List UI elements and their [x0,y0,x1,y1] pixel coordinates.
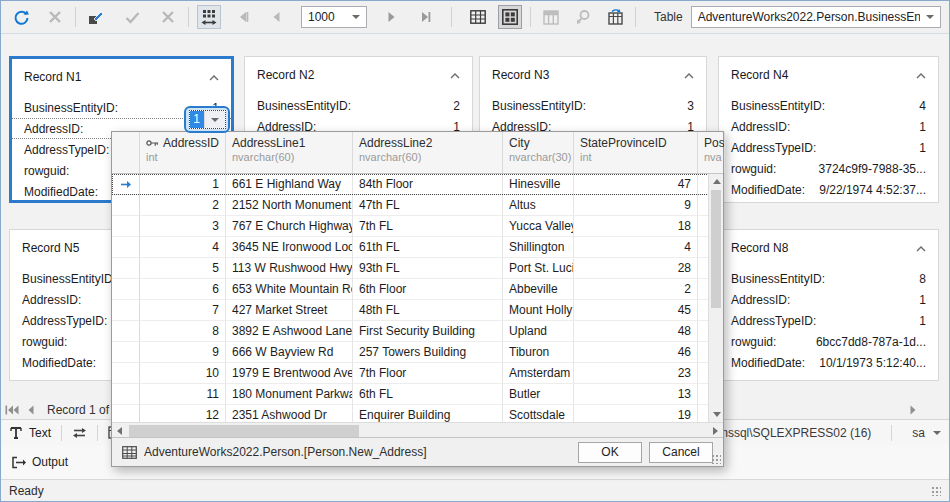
row-selector[interactable] [112,279,140,300]
ok-button[interactable]: OK [578,442,642,463]
edit-record-icon[interactable] [84,5,108,29]
user-combo[interactable]: sa [912,426,941,440]
addressid-combo[interactable]: 1 [189,110,226,129]
output-tab[interactable]: Output [11,455,68,469]
last-page-icon[interactable] [413,5,437,29]
card-field[interactable]: BusinessEntityID:3 [480,95,706,116]
lookup-cell[interactable]: 45 [574,300,698,321]
card-field[interactable]: AddressTypeID:1 [719,310,938,331]
lookup-cell[interactable]: 3 [140,216,226,237]
lookup-cell[interactable]: 13 [574,384,698,405]
swap-view-icon[interactable] [72,427,87,439]
lookup-cell[interactable]: 28 [574,258,698,279]
table-combo[interactable]: AdventureWorks2022.Person.BusinessEntit.… [691,6,941,28]
scroll-left-icon[interactable] [112,423,127,438]
lookup-cell[interactable]: Mount Holly [503,300,574,321]
lookup-cell[interactable]: Abbeville [503,279,574,300]
lookup-row[interactable]: 11180 Monument Parkway6th FLButler13 [112,384,723,405]
lookup-cell[interactable]: Scottsdale [503,405,574,422]
lookup-vertical-scrollbar[interactable] [708,174,723,422]
lookup-cell[interactable]: 653 White Mountain Road [226,279,353,300]
lookup-cell[interactable]: 3645 NE Ironwood Loop [226,237,353,258]
grid-view-icon[interactable] [466,5,490,29]
collapse-chevron-icon[interactable] [916,68,926,82]
incremental-search-icon[interactable] [571,5,595,29]
lookup-cell[interactable]: 4 [574,237,698,258]
row-selector[interactable] [112,216,140,237]
lookup-cell[interactable]: 9 [574,195,698,216]
lookup-row[interactable]: 43645 NE Ironwood Loop61th FLShillington… [112,237,723,258]
apply-check-icon[interactable] [120,5,144,29]
collapse-chevron-icon[interactable] [684,68,694,82]
lookup-cell[interactable]: Enquirer Building [353,405,503,422]
row-selector[interactable] [112,195,140,216]
refresh-icon[interactable] [9,5,33,29]
reject-x-icon[interactable] [156,5,180,29]
lookup-cell[interactable]: 84th Floor [353,174,503,195]
lookup-cell[interactable]: 7th Floor [353,363,503,384]
lookup-row[interactable]: 122351 Ashwood DrEnquirer BuildingScotts… [112,405,723,422]
card-field[interactable]: ModifiedDate:9/22/1974 4:52:37... [719,179,938,200]
lookup-cell[interactable]: 46 [574,342,698,363]
lookup-cell[interactable]: Amsterdam [503,363,574,384]
go-to-table-icon[interactable] [603,5,627,29]
record-card-n4[interactable]: Record N4 BusinessEntityID:4AddressID:1A… [718,56,939,203]
lookup-cell[interactable]: 666 W Bayview Rd [226,342,353,363]
hscroll-right-icon[interactable] [909,405,917,415]
row-selector[interactable] [112,342,140,363]
column-header-addressline2[interactable]: AddressLine2 nvarchar(60) [353,132,503,173]
lookup-cell[interactable]: Altus [503,195,574,216]
scrollbar-thumb[interactable] [129,425,359,437]
lookup-cell[interactable]: 93th FL [353,258,503,279]
lookup-cell[interactable]: 257 Towers Building [353,342,503,363]
lookup-cell[interactable]: 2 [574,279,698,300]
lookup-cell[interactable]: 661 E Highland Way [226,174,353,195]
lookup-cell[interactable]: Butler [503,384,574,405]
column-header-addressid[interactable]: AddressID int [140,132,226,173]
card-field[interactable]: ModifiedDate:10/1/1973 5:12:40... [719,352,938,373]
prev-record-icon[interactable] [27,405,35,415]
cancel-button[interactable]: Cancel [649,442,713,463]
row-selector[interactable] [112,363,140,384]
row-selector[interactable] [112,174,140,195]
lookup-cell[interactable]: 4 [140,237,226,258]
resize-grip[interactable] [931,486,941,496]
tab-text-view[interactable]: Text [9,426,51,440]
row-selector[interactable] [112,321,140,342]
row-selector[interactable] [112,384,140,405]
lookup-cell[interactable]: First Security Building [353,321,503,342]
lookup-cell[interactable]: 6 [140,279,226,300]
card-view-icon[interactable] [498,5,522,29]
lookup-row[interactable]: 5113 W Rushwood Hwy93th FLPort St. Lucie… [112,258,723,279]
lookup-cell[interactable]: 9 [140,342,226,363]
lookup-cell[interactable]: 18 [574,216,698,237]
scroll-down-icon[interactable] [709,407,724,422]
lookup-cell[interactable]: 767 E Church Highway [226,216,353,237]
card-field[interactable]: AddressTypeID:1 [719,137,938,158]
stop-refresh-icon[interactable] [43,5,67,29]
lookup-row[interactable]: 83892 E Ashwood LaneFirst Security Build… [112,321,723,342]
card-field[interactable]: BusinessEntityID:2 [245,95,472,116]
record-card-n8[interactable]: Record N8 BusinessEntityID:8AddressID:1A… [718,229,939,381]
column-visibility-icon[interactable] [539,5,563,29]
collapse-chevron-icon[interactable] [916,241,926,255]
lookup-cell[interactable]: 7th FL [353,216,503,237]
collapse-chevron-icon[interactable] [450,68,460,82]
lookup-cell[interactable]: 47th FL [353,195,503,216]
page-size-combo[interactable]: 1000 [301,6,367,28]
lookup-cell[interactable]: 427 Market Street [226,300,353,321]
lookup-cell[interactable]: 8 [140,321,226,342]
row-selector[interactable] [112,300,140,321]
first-page-icon[interactable] [231,5,255,29]
scroll-right-icon[interactable] [708,423,723,438]
paging-mode-icon[interactable] [197,5,221,29]
row-selector[interactable] [112,237,140,258]
lookup-cell[interactable]: 48th FL [353,300,503,321]
lookup-cell[interactable]: 48 [574,321,698,342]
lookup-cell[interactable]: 47 [574,174,698,195]
scroll-up-icon[interactable] [709,174,724,189]
card-field[interactable]: AddressID:1 [719,116,938,137]
lookup-cell[interactable]: 10 [140,363,226,384]
lookup-cell[interactable]: Yucca Valley [503,216,574,237]
first-record-icon[interactable] [5,405,19,415]
